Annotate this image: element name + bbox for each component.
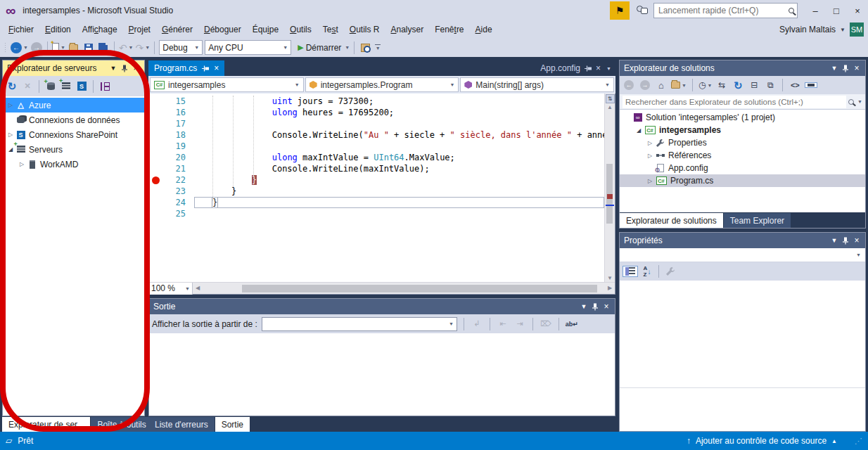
collapse-all-button[interactable]: ⊟: [748, 77, 760, 93]
solution-item-solution-integersamples-1-projet[interactable]: ∞Solution 'integersamples' (1 projet): [620, 111, 865, 124]
new-file-button[interactable]: ▼: [52, 40, 65, 56]
expander-expanded-icon[interactable]: ◢: [634, 127, 644, 134]
forward-button[interactable]: →: [639, 77, 651, 93]
connect-to-database-button[interactable]: [44, 79, 57, 94]
scroll-up-icon[interactable]: ▲: [607, 104, 613, 111]
expander-collapsed-icon[interactable]: ▷: [6, 102, 15, 108]
next-message-button[interactable]: ⇥: [513, 316, 526, 332]
indicator-margin[interactable]: [149, 107, 162, 118]
indicator-margin[interactable]: [149, 141, 162, 152]
menu-outils-r[interactable]: Outils R: [344, 22, 385, 37]
breakpoint-margin[interactable]: [149, 174, 162, 186]
categorized-button[interactable]: [623, 266, 638, 277]
back-button[interactable]: ←: [623, 77, 635, 93]
zoom-dropdown[interactable]: 100 % ▼: [149, 283, 193, 295]
server-item-connexions-sharepoint[interactable]: ▷SConnexions SharePoint: [3, 127, 144, 142]
expander-collapsed-icon[interactable]: ▷: [645, 140, 655, 146]
center-tab-sortie[interactable]: Sortie: [215, 417, 250, 432]
close-icon[interactable]: ×: [130, 63, 141, 74]
menu--quipe[interactable]: Équipe: [247, 22, 284, 37]
menu-edition[interactable]: Edition: [39, 22, 77, 37]
find-message-button[interactable]: ↲: [471, 316, 483, 332]
notifications-flag-button[interactable]: ⚑: [610, 1, 630, 20]
previous-message-button[interactable]: ⇤: [497, 316, 509, 332]
server-item-workamd[interactable]: ▷WorkAMD: [3, 157, 144, 172]
toggle-word-wrap-button[interactable]: ab↵: [566, 316, 578, 332]
solution-tab-team-explorer[interactable]: Team Explorer: [724, 213, 791, 228]
indicator-margin[interactable]: [149, 152, 162, 163]
menu-aide[interactable]: Aide: [470, 22, 498, 37]
resize-grip[interactable]: ⋰: [855, 437, 862, 446]
close-icon[interactable]: ×: [214, 63, 219, 73]
solution-explorer-header[interactable]: Explorateur de solutions ▼ ×: [620, 60, 865, 76]
data-connections-settings-button[interactable]: [98, 79, 111, 94]
save-button[interactable]: [82, 40, 95, 56]
scroll-right-icon[interactable]: ▶: [605, 285, 615, 292]
delete-button[interactable]: ✕: [21, 79, 34, 94]
expander-collapsed-icon[interactable]: ▷: [645, 153, 655, 159]
add-to-source-control-button[interactable]: Ajouter au contrôle de code source: [696, 436, 826, 446]
window-position-chevron-icon[interactable]: ▼: [829, 63, 840, 74]
server-item-serveurs[interactable]: ◢Serveurs: [3, 142, 144, 157]
send-feedback-icon[interactable]: [635, 6, 646, 15]
menu-d-boguer[interactable]: Déboguer: [198, 22, 247, 37]
window-position-chevron-icon[interactable]: ▼: [829, 235, 840, 246]
sync-with-active-document-button[interactable]: ⇆: [715, 77, 728, 93]
menu-outils[interactable]: Outils: [284, 22, 317, 37]
member-dropdown[interactable]: Main(string[] args) ▼: [460, 77, 614, 92]
scroll-down-icon[interactable]: ▼: [607, 275, 613, 282]
properties-grid[interactable]: [620, 281, 865, 387]
undo-button[interactable]: ↶▼: [119, 40, 134, 56]
object-selector-combo[interactable]: ▼: [620, 248, 865, 262]
menu-analyser[interactable]: Analyser: [385, 22, 429, 37]
code-text-area[interactable]: 15 uint jours = 737300;16 ulong heures =…: [149, 94, 604, 282]
clear-all-button[interactable]: ⌦: [540, 316, 552, 332]
indicator-margin[interactable]: [149, 96, 162, 107]
solution-tab-explorateur-de-solutions[interactable]: Explorateur de solutions: [620, 213, 723, 228]
toolbar-overflow-button[interactable]: ▼: [375, 44, 381, 51]
pin-icon[interactable]: [119, 63, 130, 74]
navigate-forward-button[interactable]: →: [30, 40, 43, 56]
server-explorer-header[interactable]: Explorateur de serveurs ▼ ×: [3, 60, 144, 76]
solution-platform-combo[interactable]: Any CPU▼: [205, 40, 291, 55]
solution-search-input[interactable]: [623, 96, 846, 108]
menu-fen-tre[interactable]: Fenêtre: [429, 22, 469, 37]
expander-collapsed-icon[interactable]: ▷: [645, 178, 655, 184]
view-code-button[interactable]: <>: [789, 77, 801, 93]
solution-item-r-f-rences[interactable]: ▷Références: [620, 149, 865, 162]
solution-item-app-config[interactable]: App.config: [620, 162, 865, 174]
sharepoint-connection-button[interactable]: S: [75, 79, 88, 94]
pin-icon[interactable]: [840, 235, 851, 246]
properties-header[interactable]: Propriétés ▼ ×: [620, 233, 865, 248]
minimize-button[interactable]: –: [805, 0, 826, 21]
output-content[interactable]: [149, 333, 615, 416]
home-button[interactable]: ⌂: [655, 77, 668, 93]
property-pages-button[interactable]: [664, 264, 677, 279]
left-tab-bo-te-outils[interactable]: Boîte à outils: [91, 417, 152, 432]
close-icon[interactable]: ×: [596, 63, 601, 73]
menu-fichier[interactable]: Fichier: [3, 22, 39, 37]
user-avatar[interactable]: SM: [850, 22, 864, 37]
save-all-button[interactable]: [97, 40, 110, 56]
chevron-down-icon[interactable]: ▼: [857, 99, 862, 104]
solution-item-program-cs[interactable]: ▷C#Program.cs: [620, 174, 865, 187]
pending-changes-filter-button[interactable]: ◷▼: [698, 77, 712, 93]
solution-configuration-combo[interactable]: Debug▼: [159, 40, 203, 55]
output-header[interactable]: Sortie ▼ ×: [149, 299, 615, 314]
project-dropdown[interactable]: C# integersamples ▼: [150, 77, 304, 92]
menu-g-n-rer[interactable]: Générer: [156, 22, 198, 37]
keep-open-pin-icon[interactable]: [585, 65, 592, 72]
refresh-button[interactable]: ↻: [732, 77, 744, 93]
indicator-margin[interactable]: [149, 118, 162, 129]
menu-test[interactable]: Test: [317, 22, 344, 37]
pin-icon[interactable]: [202, 65, 210, 72]
find-in-files-button[interactable]: [359, 40, 371, 56]
show-all-files-button[interactable]: ⧉: [764, 77, 777, 93]
connect-to-server-button[interactable]: [60, 79, 72, 94]
toolbar-drag-handle[interactable]: [4, 42, 7, 53]
output-source-combo[interactable]: ▼: [262, 317, 457, 331]
pin-icon[interactable]: [840, 63, 851, 74]
indicator-margin[interactable]: [149, 208, 162, 219]
window-position-chevron-icon[interactable]: ▼: [578, 301, 589, 312]
menu-projet[interactable]: Projet: [123, 22, 156, 37]
